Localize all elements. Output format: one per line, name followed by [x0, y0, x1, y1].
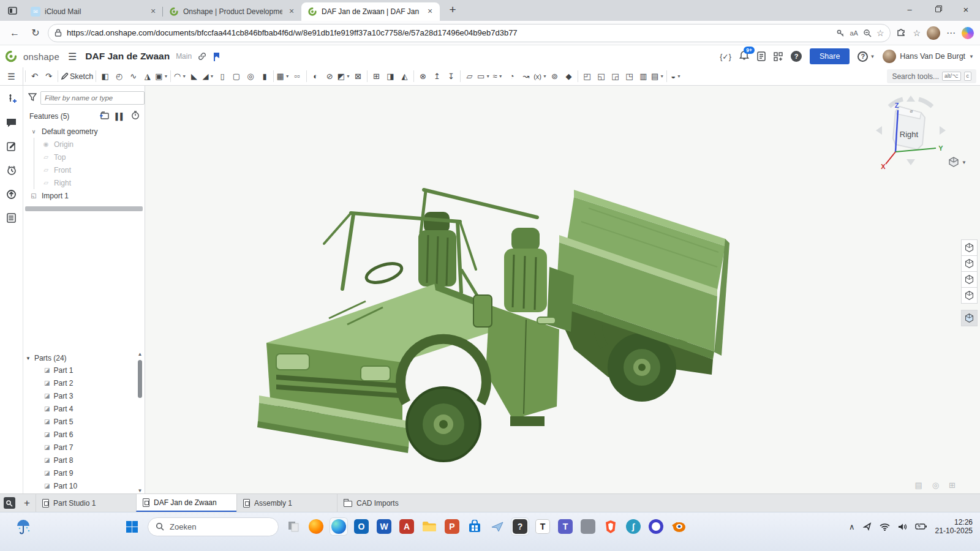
share-link-icon[interactable]: [198, 52, 206, 61]
split-button[interactable]: ⊘: [323, 67, 337, 85]
sketch-button[interactable]: Sketch: [60, 67, 94, 85]
boolean-button[interactable]: ◐: [309, 67, 323, 85]
feature-item-front[interactable]: ▱Front: [42, 163, 145, 176]
isometric-view-tool[interactable]: [961, 310, 978, 326]
fill-button[interactable]: ◭: [398, 67, 412, 85]
parts-header[interactable]: Parts (24): [34, 354, 67, 362]
onshape-logo-icon[interactable]: [5, 50, 17, 62]
rotate-view-tool[interactable]: [961, 271, 978, 288]
fillet-button[interactable]: ◠▼: [173, 67, 187, 85]
element-tab-assembly-1[interactable]: Assembly 1: [236, 494, 337, 512]
sheet-metal-model-button[interactable]: ◰: [580, 67, 594, 85]
history-icon[interactable]: [5, 163, 18, 177]
text-tool-icon[interactable]: T: [533, 517, 552, 536]
minimize-button[interactable]: –: [895, 0, 924, 18]
virtual-desktops-icon[interactable]: [284, 517, 303, 536]
autocad-icon[interactable]: A: [398, 517, 416, 536]
browser-profile-avatar[interactable]: [927, 26, 940, 40]
taskbar-clock[interactable]: 12:26 21-10-2025: [935, 518, 973, 535]
ms-store-icon[interactable]: [466, 517, 484, 536]
sheet-metal-tab-button[interactable]: ◲: [608, 67, 622, 85]
volume-icon[interactable]: [898, 523, 907, 531]
part-item[interactable]: ◪Part 3: [23, 389, 145, 402]
part-item[interactable]: ◪Part 2: [23, 377, 145, 389]
part-item[interactable]: ◪Part 9: [23, 467, 145, 479]
lock-icon[interactable]: [55, 29, 62, 37]
extensions-icon[interactable]: [897, 27, 907, 39]
privacy-app-icon[interactable]: [647, 517, 665, 536]
filter-funnel-icon[interactable]: [28, 93, 37, 103]
rollback-clock-icon[interactable]: [131, 111, 140, 121]
feature-item-origin[interactable]: ◉Origin: [42, 138, 145, 151]
feature-item-top[interactable]: ▱Top: [42, 151, 145, 163]
tab-actions-button[interactable]: [5, 4, 21, 18]
features-panel-toggle-button[interactable]: ☰: [0, 67, 23, 85]
url-bar[interactable]: https://cad.onshape.com/documents/bfccfa…: [48, 24, 891, 42]
part-item[interactable]: ◪Part 5: [23, 415, 145, 428]
feather-app-icon[interactable]: ∫: [624, 517, 643, 536]
sheet-metal-flat-button[interactable]: ▥: [636, 67, 650, 85]
surface-button[interactable]: ▭▼: [477, 67, 491, 85]
feature-item-default-geometry[interactable]: ∨Default geometry: [29, 125, 145, 138]
powerpoint-icon[interactable]: P: [443, 517, 461, 536]
featurescript-icon[interactable]: {✓}: [720, 52, 731, 61]
outlook-icon[interactable]: O: [352, 517, 371, 536]
cad-utility-icon[interactable]: [579, 517, 597, 536]
new-folder-icon[interactable]: [99, 111, 109, 121]
viewport-3d[interactable]: ☰: [145, 86, 980, 493]
part-item[interactable]: ◪Part 8: [23, 454, 145, 467]
refresh-button[interactable]: ↻: [27, 24, 44, 42]
plane-button[interactable]: ▱: [462, 67, 477, 85]
teams-icon[interactable]: T: [556, 517, 575, 536]
feature-item-right[interactable]: ▱Right: [42, 176, 145, 189]
wifi-icon[interactable]: [880, 523, 890, 531]
helix-button[interactable]: ≈▼: [491, 67, 505, 85]
edge-icon[interactable]: [330, 517, 348, 536]
close-window-button[interactable]: ×: [952, 0, 980, 18]
move-face-button[interactable]: ◩▼: [337, 67, 351, 85]
location-arrow-icon[interactable]: [863, 522, 872, 531]
firefox-icon[interactable]: [307, 517, 325, 536]
translate-icon[interactable]: aA: [850, 29, 858, 37]
sheet-metal-joint-button[interactable]: ▤▼: [650, 67, 665, 85]
part-item[interactable]: ◪Part 4: [23, 402, 145, 415]
release-notes-icon[interactable]: [757, 51, 766, 61]
variable-button[interactable]: (x)▼: [533, 67, 548, 85]
explode-view-tool[interactable]: [961, 287, 978, 304]
password-key-icon[interactable]: [836, 29, 845, 37]
sheet-metal-flange-button[interactable]: ◱: [594, 67, 608, 85]
tray-chevron-icon[interactable]: ∧: [849, 522, 855, 531]
revolve-button[interactable]: ◴: [112, 67, 126, 85]
part-item[interactable]: ◪Part 6: [23, 428, 145, 441]
parts-scrollbar[interactable]: ▲ ▼: [137, 351, 143, 493]
section-view-tool[interactable]: [961, 239, 978, 256]
help-viewer-icon[interactable]: ?: [511, 517, 529, 536]
blender-icon[interactable]: [669, 517, 688, 536]
sheet-metal-corner-button[interactable]: ◳: [622, 67, 636, 85]
browser-tab[interactable]: Onshape | Product Development×: [163, 2, 301, 21]
suppress-icon[interactable]: ▌▌: [115, 113, 125, 120]
scroll-up-icon[interactable]: ▲: [137, 351, 143, 357]
export-button[interactable]: ↥: [430, 67, 444, 85]
taskbar-search[interactable]: Zoeken: [148, 517, 279, 536]
notifications-bell-icon[interactable]: 9+: [739, 50, 749, 63]
frame-button[interactable]: ⊚: [548, 67, 562, 85]
part-item[interactable]: ◪Part 7: [23, 441, 145, 454]
element-tab-cad-imports[interactable]: CAD Imports: [337, 494, 437, 512]
extrude-button[interactable]: ◧: [98, 67, 112, 85]
insert-feature-icon[interactable]: [5, 92, 18, 105]
share-button[interactable]: Share: [810, 48, 850, 64]
browser-tab[interactable]: ✉iCloud Mail×: [24, 2, 163, 21]
thread-button[interactable]: ▮: [257, 67, 271, 85]
view-cube[interactable]: ⌀ Right Z Y X: [871, 91, 951, 170]
help-menu[interactable]: ?▼: [858, 51, 875, 62]
loft-button[interactable]: ◮: [140, 67, 154, 85]
notes-icon[interactable]: [5, 140, 18, 153]
versions-icon[interactable]: [5, 187, 18, 201]
add-element-button[interactable]: +: [18, 494, 36, 512]
start-button[interactable]: [121, 516, 142, 537]
sweep-button[interactable]: ∿: [126, 67, 140, 85]
undo-button[interactable]: ↶: [28, 67, 42, 85]
linear-pattern-button[interactable]: ▦▼: [276, 67, 290, 85]
3d-viewer-icon[interactable]: [488, 517, 507, 536]
